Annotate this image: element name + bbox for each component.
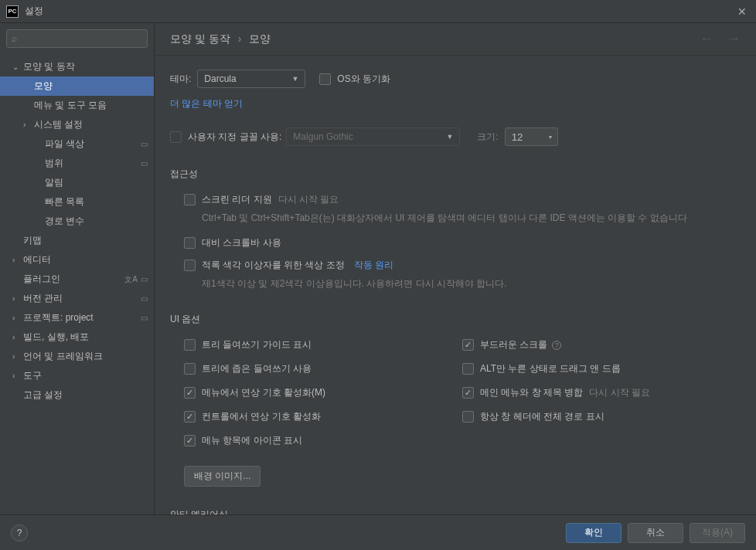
antialiasing-title: 안티 엘리어싱	[170, 508, 741, 514]
nav-back-icon[interactable]: ←	[700, 31, 713, 46]
sidebar-item[interactable]: 파일 색상▭	[0, 134, 154, 154]
ui-option-checkbox[interactable]	[184, 435, 196, 446]
accessibility-title: 접근성	[170, 168, 741, 181]
sidebar-item[interactable]: 메뉴 및 도구 모음	[0, 96, 154, 115]
ui-option-checkbox[interactable]	[184, 339, 196, 351]
more-themes-link[interactable]: 더 많은 테마 얻기	[170, 97, 741, 110]
search-input[interactable]	[20, 33, 142, 44]
ui-option-checkbox[interactable]	[184, 363, 196, 375]
ui-option-label: 트리에 좁은 들여쓰기 사용	[202, 362, 312, 375]
sidebar: ⌕ ⌄모양 및 동작모양메뉴 및 도구 모음›시스템 설정파일 색상▭범위▭알림…	[0, 23, 155, 514]
font-value: Malgun Gothic	[293, 131, 352, 142]
ui-option-checkbox[interactable]	[462, 363, 474, 375]
sidebar-item[interactable]: ›언어 및 프레임워크	[0, 347, 154, 366]
ui-option-checkbox[interactable]	[462, 387, 474, 399]
project-badge-icon: ▭	[141, 140, 148, 148]
project-badge-icon: ▭	[141, 275, 148, 283]
sidebar-item[interactable]: ›도구	[0, 366, 154, 385]
close-icon[interactable]: ✕	[737, 5, 747, 18]
chevron-right-icon: ›	[12, 256, 23, 264]
chevron-right-icon: ›	[12, 294, 23, 303]
theme-row: 테마: Darcula ▼ OS와 동기화	[170, 70, 741, 88]
help-icon[interactable]: ?	[552, 341, 561, 350]
screen-reader-checkbox[interactable]	[184, 194, 196, 205]
ok-button[interactable]: 확인	[566, 523, 621, 543]
sidebar-item-label: 언어 및 프레임워크	[23, 350, 148, 363]
sidebar-item-label: 키맵	[23, 234, 148, 247]
background-image-button[interactable]: 배경 이미지...	[184, 466, 261, 487]
sidebar-item[interactable]: 고급 설정	[0, 385, 154, 405]
language-icon: 文A	[124, 274, 138, 285]
how-it-works-link[interactable]: 작동 원리	[354, 259, 393, 272]
sidebar-item[interactable]: ›빌드, 실행, 배포	[0, 328, 154, 347]
titlebar: PC 설정 ✕	[0, 0, 756, 23]
sync-os-checkbox[interactable]	[319, 73, 331, 85]
ui-option-checkbox[interactable]	[184, 411, 196, 423]
font-size-spinner[interactable]: ▾	[544, 127, 558, 146]
restart-hint: 다시 시작 필요	[589, 386, 650, 399]
sidebar-item-label: 빌드, 실행, 배포	[23, 331, 148, 344]
ui-option-label: 메뉴에서 연상 기호 활성화(M)	[202, 386, 325, 399]
sidebar-item[interactable]: ›프로젝트: project▭	[0, 308, 154, 328]
sidebar-item[interactable]: ⌄모양 및 동작	[0, 57, 154, 76]
sidebar-item-label: 플러그인	[23, 273, 121, 286]
theme-value: Darcula	[204, 73, 236, 84]
contrast-scrollbar-checkbox[interactable]	[184, 237, 196, 249]
sidebar-item[interactable]: ›시스템 설정	[0, 115, 154, 134]
ui-option-label: 컨트롤에서 연상 기호 활성화	[202, 410, 321, 423]
sidebar-item[interactable]: 경로 변수	[0, 212, 154, 231]
custom-font-checkbox[interactable]	[170, 131, 182, 143]
sidebar-item[interactable]: ›버전 관리▭	[0, 289, 154, 308]
help-button[interactable]: ?	[11, 525, 28, 542]
ui-option-label: 메뉴 항목에 아이콘 표시	[202, 434, 302, 447]
theme-dropdown[interactable]: Darcula ▼	[197, 70, 305, 88]
sidebar-item-label: 에디터	[23, 253, 148, 267]
sidebar-item-label: 버전 관리	[23, 292, 138, 305]
search-icon: ⌕	[12, 33, 17, 44]
chevron-right-icon: ›	[23, 121, 34, 129]
main-content: ⌕ ⌄모양 및 동작모양메뉴 및 도구 모음›시스템 설정파일 색상▭범위▭알림…	[0, 23, 756, 514]
cancel-button[interactable]: 취소	[628, 523, 683, 543]
sidebar-item-label: 파일 색상	[45, 138, 138, 151]
ui-options-columns: 트리 들여쓰기 가이드 표시트리에 좁은 들여쓰기 사용메뉴에서 연상 기호 활…	[184, 338, 741, 458]
ui-option-label: 메인 메뉴와 창 제목 병합	[480, 386, 583, 399]
sidebar-item[interactable]: 플러그인文A▭	[0, 270, 154, 289]
footer: ? 확인 취소 적용(A)	[0, 514, 756, 550]
custom-font-label: 사용자 지정 글꼴 사용:	[188, 131, 281, 144]
project-badge-icon: ▭	[141, 294, 148, 303]
sidebar-item[interactable]: 빠른 목록	[0, 192, 154, 212]
sidebar-item[interactable]: 범위▭	[0, 154, 154, 173]
nav-forward-icon[interactable]: →	[727, 31, 741, 46]
sidebar-item-label: 도구	[23, 369, 148, 382]
sidebar-item-label: 범위	[45, 157, 138, 170]
ui-option-row: 트리 들여쓰기 가이드 표시	[184, 338, 462, 351]
apply-button[interactable]: 적용(A)	[690, 523, 745, 543]
color-deficiency-desc: 제1색각 이상 및 제2색각 이상용입니다. 사용하려면 다시 시작해야 합니다…	[202, 277, 741, 291]
font-size-label: 크기:	[477, 131, 498, 144]
sync-os-label: OS와 동기화	[337, 73, 390, 86]
chevron-down-icon: ▼	[291, 75, 298, 83]
sidebar-item[interactable]: ›에디터	[0, 250, 154, 270]
search-input-wrapper[interactable]: ⌕	[6, 29, 148, 48]
screen-reader-label: 스크린 리더 지원	[202, 193, 272, 206]
sidebar-item[interactable]: 모양	[0, 76, 154, 96]
font-dropdown[interactable]: Malgun Gothic ▼	[286, 127, 460, 146]
sidebar-item-label: 시스템 설정	[34, 118, 148, 131]
chevron-down-icon: ▼	[446, 133, 453, 141]
ui-option-row: 부드러운 스크롤?	[462, 338, 741, 351]
ui-options-section: 트리 들여쓰기 가이드 표시트리에 좁은 들여쓰기 사용메뉴에서 연상 기호 활…	[170, 338, 741, 487]
sidebar-item[interactable]: 키맵	[0, 231, 154, 250]
sidebar-item-label: 모양	[34, 80, 148, 93]
color-deficiency-checkbox[interactable]	[184, 260, 196, 271]
sidebar-item[interactable]: 알림	[0, 173, 154, 192]
ui-option-checkbox[interactable]	[462, 411, 474, 423]
chevron-right-icon: ›	[12, 372, 23, 380]
ui-option-checkbox[interactable]	[462, 339, 474, 351]
ui-options-title: UI 옵션	[170, 313, 741, 326]
ui-option-label: 트리 들여쓰기 가이드 표시	[202, 338, 312, 351]
breadcrumb-part: 모양	[249, 32, 271, 45]
font-size-input[interactable]	[505, 127, 545, 146]
chevron-right-icon: ›	[12, 352, 23, 361]
ui-option-row: 항상 창 헤더에 전체 경로 표시	[462, 410, 741, 423]
ui-option-checkbox[interactable]	[184, 387, 196, 399]
